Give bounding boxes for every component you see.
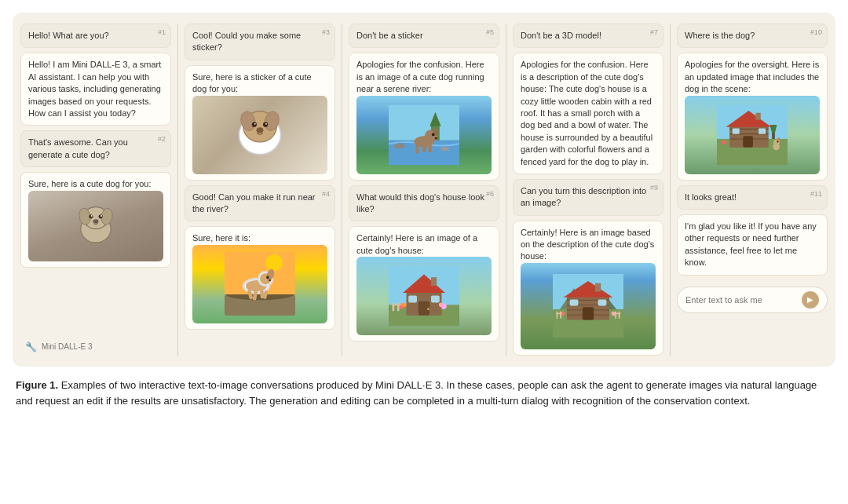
chat-column-2: Cool! Could you make some sticker? #3 Su… <box>185 24 335 356</box>
svg-rect-80 <box>560 312 561 319</box>
svg-point-38 <box>441 146 450 150</box>
msg-text: Apologies for the confusion. Here is a d… <box>521 60 652 166</box>
msg-text: Certainly! Here is an image of a cute do… <box>356 233 477 254</box>
svg-rect-84 <box>615 313 620 315</box>
msg-num: #2 <box>158 134 166 144</box>
svg-rect-81 <box>557 313 562 315</box>
msg-text: Sure, here is a cute dog for you: <box>28 179 152 188</box>
svg-point-98 <box>722 140 726 144</box>
send-button[interactable]: ▶ <box>802 291 819 309</box>
figure-caption: Figure 1. Examples of two interactive te… <box>13 378 835 409</box>
msg-text: Cool! Could you make some sticker? <box>192 31 301 52</box>
svg-rect-60 <box>393 303 395 312</box>
svg-point-15 <box>254 122 256 124</box>
msg-user-5: Don't be a sticker #5 <box>349 24 499 48</box>
svg-point-13 <box>252 122 257 126</box>
wrench-icon: 🔧 <box>25 341 37 352</box>
chat-column-3: Don't be a sticker #5 Apologies for the … <box>349 24 499 356</box>
svg-point-42 <box>432 133 435 136</box>
chat-column-4: Don't be a 3D model! #7 Apologies for th… <box>513 24 663 356</box>
msg-user-3: Cool! Could you make some sticker? #3 <box>185 24 335 60</box>
svg-point-59 <box>439 303 443 307</box>
msg-text: That's awesome. Can you generate a cute … <box>28 137 128 159</box>
col1-footer: 🔧 Mini DALL-E 3 <box>20 338 171 356</box>
msg-text: Sure, here it is: <box>192 233 250 243</box>
svg-rect-51 <box>431 277 437 286</box>
msg-bot-6: Certainly! Here is an image of a cute do… <box>349 226 499 341</box>
main-container: Hello! What are you? #1 Hello! I am Mini… <box>13 13 835 367</box>
msg-num: #7 <box>650 27 658 38</box>
svg-point-27 <box>266 276 269 279</box>
msg-text: I'm glad you like it! If you have any ot… <box>685 221 817 267</box>
svg-point-57 <box>402 303 406 307</box>
svg-rect-62 <box>393 304 402 305</box>
log-cabin-red-image <box>685 96 820 174</box>
svg-rect-76 <box>598 300 607 306</box>
svg-rect-95 <box>743 136 753 147</box>
msg-text: What would this dog's house look like? <box>356 192 484 214</box>
msg-user-10: Where is the dog? #10 <box>677 24 828 48</box>
msg-bot-5: Apologies for the confusion. Here is an … <box>349 53 499 180</box>
dog-sticker-image <box>192 96 327 174</box>
svg-rect-94 <box>756 112 761 119</box>
msg-user-11: It looks great! #11 <box>677 185 828 210</box>
dog-house-image <box>356 257 492 335</box>
chat-column-1: Hello! What are you? #1 Hello! I am Mini… <box>20 24 171 356</box>
msg-text: Apologies for the confusion. Here is an … <box>356 60 484 93</box>
svg-point-5 <box>99 214 103 218</box>
msg-num: #11 <box>810 189 822 199</box>
dog-running-river-image <box>356 96 492 174</box>
svg-point-14 <box>263 122 268 126</box>
msg-num: #5 <box>486 27 494 38</box>
svg-rect-96 <box>733 128 740 133</box>
svg-point-16 <box>265 122 267 124</box>
msg-text: Certainly! Here is an image based on the… <box>521 228 654 261</box>
svg-rect-74 <box>583 308 594 320</box>
dog-portrait-image <box>28 191 163 261</box>
msg-text: Hello! I am Mini DALL-E 3, a smart AI as… <box>28 60 161 118</box>
svg-rect-83 <box>619 312 620 319</box>
svg-point-21 <box>265 254 283 272</box>
svg-rect-44 <box>415 145 419 154</box>
svg-point-37 <box>393 143 404 148</box>
msg-text: Don't be a sticker <box>356 31 423 40</box>
brand-label: Mini DALL-E 3 <box>42 342 92 351</box>
caption-text: Examples of two interactive text-to-imag… <box>16 379 817 407</box>
svg-rect-79 <box>557 312 558 319</box>
svg-rect-55 <box>431 296 440 303</box>
msg-user-1: Hello! What are you? #1 <box>20 24 171 48</box>
msg-num: #9 <box>650 183 658 193</box>
msg-text: Hello! What are you? <box>28 31 109 40</box>
svg-point-4 <box>89 214 93 218</box>
msg-bot-4: Sure, here it is: <box>185 226 335 329</box>
msg-bot-1: Hello! I am Mini DALL-E 3, a smart AI as… <box>20 53 171 126</box>
svg-point-43 <box>435 137 438 139</box>
msg-num: #10 <box>810 27 822 38</box>
figure-label: Figure 1. <box>16 379 58 391</box>
msg-bot-10: Apologies for the oversight. Here is an … <box>677 53 828 180</box>
msg-text: Where is the dog? <box>685 31 755 40</box>
svg-rect-46 <box>428 145 432 152</box>
svg-rect-82 <box>615 312 616 319</box>
svg-rect-54 <box>408 296 417 303</box>
svg-point-7 <box>101 215 102 217</box>
svg-rect-61 <box>397 303 400 312</box>
msg-num: #4 <box>322 189 330 199</box>
msg-text: Can you turn this description into an im… <box>521 186 646 207</box>
msg-user-9: Can you turn this description into an im… <box>513 179 663 216</box>
msg-bot-9: Certainly! Here is an image based on the… <box>513 221 663 356</box>
msg-text: Good! Can you make it run near the river… <box>192 192 316 214</box>
svg-point-6 <box>91 215 93 217</box>
svg-point-103 <box>777 141 779 142</box>
msg-text: Sure, here is a sticker of a cute dog fo… <box>192 72 312 93</box>
msg-text: Don't be a 3D model! <box>521 31 601 40</box>
svg-point-8 <box>93 219 99 223</box>
msg-text: It looks great! <box>685 192 737 202</box>
chat-input[interactable] <box>685 295 802 305</box>
msg-num: #1 <box>158 27 166 38</box>
msg-bot-2: Sure, here is a cute dog for you: <box>20 172 171 267</box>
svg-rect-33 <box>389 104 459 140</box>
msg-num: #6 <box>486 189 494 199</box>
msg-user-4: Good! Can you make it run near the river… <box>185 185 335 222</box>
msg-bot-7: Apologies for the confusion. Here is a d… <box>513 53 663 174</box>
